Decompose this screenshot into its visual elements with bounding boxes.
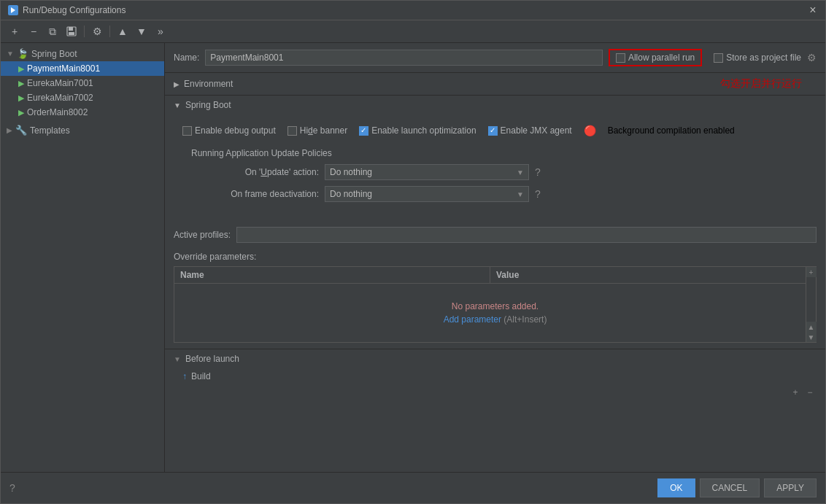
store-project-label: Store as project file <box>726 53 801 63</box>
store-project-container[interactable]: Store as project file <box>714 53 801 63</box>
spring-boot-content: Enable debug output Hide banner Enable l… <box>165 115 825 222</box>
sidebar-group-templates[interactable]: ▶ 🔧 Templates <box>1 123 164 138</box>
move-up-button[interactable]: ▲ <box>115 23 131 39</box>
scroll-down-button[interactable]: ▲ <box>806 322 817 332</box>
sidebar-group-spring-boot[interactable]: ▼ 🍃 Spring Boot <box>1 46 164 61</box>
params-scrollbar[interactable]: + ▲ ▼ <box>806 267 816 342</box>
params-col-value: Value <box>490 267 806 283</box>
spring-boot-section-header[interactable]: ▼ Spring Boot <box>165 96 825 115</box>
bl-add-button[interactable]: + <box>789 386 802 399</box>
store-project-checkbox[interactable] <box>714 53 723 63</box>
sidebar-item-eurekamain7001[interactable]: ▶ EurekaMain7001 <box>1 76 164 90</box>
spring-boot-options: Enable debug output Hide banner Enable l… <box>174 119 817 142</box>
before-launch-section: ▼ Before launch ↑ Build + − <box>165 349 825 400</box>
hide-banner-label[interactable]: Hide banner <box>287 125 347 136</box>
sidebar-item-label: PaymentMain8001 <box>27 63 100 74</box>
before-launch-header[interactable]: ▼ Before launch <box>165 349 825 368</box>
select-arrow-icon2: ▼ <box>517 190 524 198</box>
move-down-button[interactable]: ▼ <box>134 23 150 39</box>
chevron-down-icon: ▼ <box>174 355 181 363</box>
bl-remove-button[interactable]: − <box>803 386 817 399</box>
settings-gear-icon[interactable]: ⚙ <box>807 52 817 63</box>
params-table-container: Name Value No parameters added. Add para… <box>174 266 817 343</box>
templates-icon: 🔧 <box>15 125 27 136</box>
remove-config-button[interactable]: − <box>26 23 42 39</box>
enable-launch-opt-label[interactable]: Enable launch optimization <box>359 125 476 136</box>
config-icon: ▶ <box>18 64 24 74</box>
sidebar-item-paymentmain8001[interactable]: ▶ PaymentMain8001 <box>1 61 164 76</box>
right-panel: Name: Allow parallel run Store as projec… <box>165 43 825 472</box>
frame-deactivation-row: On frame deactivation: Do nothing ▼ ? <box>191 186 799 202</box>
select-arrow-icon: ▼ <box>517 168 524 177</box>
frame-deactivation-select[interactable]: Do nothing ▼ <box>325 186 529 202</box>
help-button[interactable]: ? <box>9 482 15 494</box>
help-icon2[interactable]: ? <box>535 188 541 200</box>
add-param-link[interactable]: Add parameter (Alt+Insert) <box>444 314 547 325</box>
save-config-button[interactable] <box>63 23 80 39</box>
hide-banner-checkbox[interactable] <box>287 126 297 136</box>
enable-debug-label[interactable]: Enable debug output <box>182 125 276 136</box>
environment-section-header[interactable]: ▶ Environment 勾选开启并行运行 <box>165 73 825 95</box>
help-icon[interactable]: ? <box>535 166 541 178</box>
wrench-button[interactable]: ⚙ <box>89 23 105 39</box>
chevron-down-icon: ▼ <box>174 101 181 109</box>
background-compilation-label: Background compilation enabled <box>608 125 735 136</box>
toolbar-divider2 <box>109 26 110 37</box>
update-action-row: On 'Update' action: Do nothing ▼ ? <box>191 164 799 180</box>
update-action-select[interactable]: Do nothing ▼ <box>325 164 529 180</box>
annotation-text: 勾选开启并行运行 <box>720 77 817 90</box>
params-body: No parameters added. Add parameter (Alt+… <box>174 284 816 342</box>
ok-button[interactable]: OK <box>657 478 695 497</box>
content-area: ▶ Environment 勾选开启并行运行 ▼ Spring Boot <box>165 73 825 472</box>
toolbar-divider <box>84 26 85 37</box>
enable-jmx-label[interactable]: Enable JMX agent <box>488 125 572 136</box>
enable-debug-checkbox[interactable] <box>182 126 192 136</box>
apply-button[interactable]: APPLY <box>764 478 817 497</box>
spring-boot-section: ▼ Spring Boot Enable debug output Hide b… <box>165 96 825 349</box>
environment-section: ▶ Environment 勾选开启并行运行 <box>165 73 825 96</box>
copy-config-button[interactable]: ⧉ <box>45 23 61 39</box>
config-icon: ▶ <box>18 79 24 88</box>
build-row: ↑ Build <box>165 368 825 384</box>
frame-deactivation-label: On frame deactivation: <box>191 189 319 199</box>
add-param-shortcut: (Alt+Insert) <box>503 314 547 325</box>
svg-rect-2 <box>69 27 73 31</box>
enable-launch-checkbox[interactable] <box>359 126 368 136</box>
params-col-name: Name <box>174 267 490 283</box>
policies-section: Running Application Update Policies On '… <box>174 142 817 217</box>
cancel-button[interactable]: CANCEL <box>700 478 760 497</box>
chevron-right-icon: ▶ <box>174 80 180 88</box>
build-label: Build <box>191 371 211 381</box>
allow-parallel-run-box[interactable]: Allow parallel run <box>609 49 702 66</box>
add-config-button[interactable]: + <box>7 23 23 39</box>
params-header: Name Value <box>174 267 816 284</box>
config-icon: ▶ <box>18 108 24 117</box>
svg-rect-3 <box>69 32 74 35</box>
sidebar-item-ordermain8002[interactable]: ▶ OrderMain8002 <box>1 105 164 120</box>
enable-jmx-checkbox[interactable] <box>488 126 498 136</box>
allow-parallel-checkbox[interactable] <box>616 53 625 63</box>
params-table: Name Value No parameters added. Add para… <box>174 266 817 343</box>
sidebar-item-eurekamain7002[interactable]: ▶ EurekaMain7002 <box>1 90 164 105</box>
config-icon: ▶ <box>18 93 24 103</box>
environment-label: Environment <box>184 79 233 89</box>
active-profiles-input[interactable] <box>236 227 817 243</box>
sidebar-item-label: OrderMain8002 <box>27 107 88 117</box>
name-input[interactable] <box>205 50 603 66</box>
error-icon: 🔴 <box>584 125 596 136</box>
run-debug-dialog: Run/Debug Configurations × + − ⧉ ⚙ ▲ ▼ »… <box>0 0 826 504</box>
dialog-icon <box>8 5 18 15</box>
spring-boot-group-icon: 🍃 <box>17 48 28 59</box>
more-button[interactable]: » <box>153 23 169 39</box>
override-parameters-section: Override parameters: Name Value No param… <box>165 247 825 349</box>
policies-title: Running Application Update Policies <box>191 148 799 158</box>
chevron-right-icon: ▶ <box>7 126 12 134</box>
sidebar: ▼ 🍃 Spring Boot ▶ PaymentMain8001 ▶ Eure… <box>1 43 165 472</box>
title-bar-left: Run/Debug Configurations <box>8 5 126 15</box>
title-bar: Run/Debug Configurations × <box>1 1 825 20</box>
spring-boot-section-label: Spring Boot <box>185 100 231 110</box>
scroll-up-button[interactable]: + <box>806 267 817 277</box>
scroll-down-button2[interactable]: ▼ <box>806 332 817 342</box>
name-label: Name: <box>174 53 199 63</box>
close-button[interactable]: × <box>808 5 818 15</box>
